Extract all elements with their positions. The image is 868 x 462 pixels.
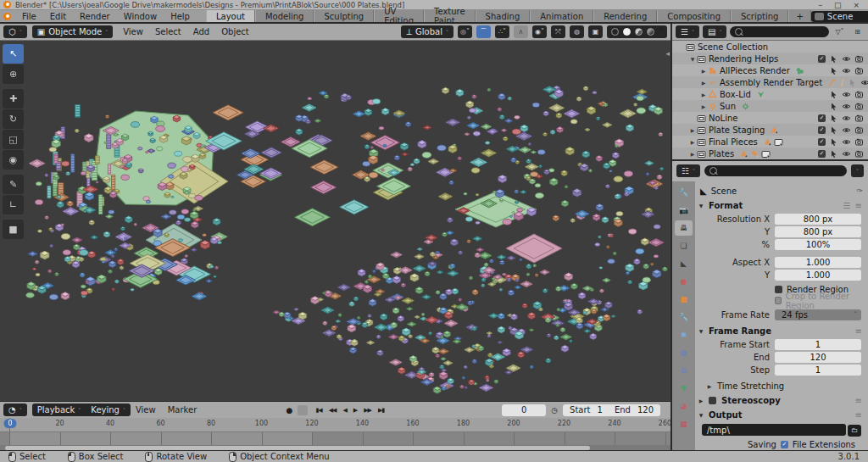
exclude-checkbox[interactable]: ✓ (818, 138, 826, 146)
timeline-track-area[interactable] (0, 432, 670, 445)
properties-tab-tool[interactable]: 🔧 (675, 185, 693, 200)
camera-icon[interactable] (854, 149, 864, 159)
tool-rotate[interactable]: ↻ (3, 109, 24, 129)
frame-range-field[interactable]: 1 (775, 339, 861, 350)
expand-icon[interactable]: ▶ (699, 80, 708, 86)
properties-tab-output[interactable]: 🖶 (675, 220, 693, 236)
properties-tab-render[interactable]: 📷 (675, 203, 693, 218)
tool-add-cube[interactable]: ■ (3, 220, 24, 239)
jump-start-button[interactable]: ▮◀ (313, 407, 324, 414)
eye-icon[interactable] (860, 78, 868, 87)
snap-magnet-button[interactable]: ⌒ (476, 25, 491, 38)
shading-wireframe-icon[interactable] (611, 28, 619, 36)
expand-icon[interactable]: ▼ (688, 56, 697, 62)
properties-tab-view-layer[interactable]: ❏ (675, 238, 693, 253)
playback-popover[interactable]: Playback˅ Keying˅ (32, 404, 131, 416)
frame-range-field[interactable]: 1 (775, 365, 861, 376)
frame-range-fields[interactable]: Start 1 End 120 (563, 404, 660, 416)
camera-icon[interactable] (854, 90, 864, 99)
shading-solid-icon[interactable] (623, 28, 631, 36)
tool-transform[interactable]: ◉ (3, 150, 24, 170)
eye-icon[interactable] (842, 102, 851, 111)
close-icon[interactable]: × (853, 1, 860, 9)
camera-icon[interactable] (854, 114, 864, 123)
properties-tab-material[interactable]: ◕ (675, 398, 693, 414)
mode-dropdown[interactable]: ▣ Object Mode ˅ (32, 25, 113, 38)
aspect-field[interactable]: 1.000 (775, 257, 861, 268)
outliner-display-mode-button[interactable]: ▤˅ (703, 25, 726, 38)
outliner-row[interactable]: ▶Plates✓ (672, 148, 868, 159)
properties-options-button[interactable]: ˅ (851, 164, 864, 177)
outliner-row[interactable]: ▶AllPieces Render (672, 64, 868, 76)
outliner-search-input[interactable] (730, 26, 829, 37)
cursor-icon[interactable] (829, 149, 838, 159)
outliner-item-label[interactable]: Rendering Helps (709, 54, 778, 64)
resolution-field[interactable]: 800 px (775, 226, 861, 237)
tool-move[interactable]: ✚ (3, 89, 24, 109)
outliner-row[interactable]: NoLine✓ (672, 112, 868, 124)
proportional-edit-button[interactable]: ∴˅ (495, 25, 509, 38)
properties-tab-data[interactable]: ▼ (675, 381, 693, 396)
outliner-row[interactable]: ▶Plate Staging✓ (672, 124, 868, 136)
outliner-row[interactable]: ▼Rendering Helps✓ (672, 53, 868, 64)
timeline-menu-view[interactable]: View (136, 405, 156, 415)
tab-shading[interactable]: Shading (476, 10, 531, 22)
frame-range-field[interactable]: 120 (775, 352, 861, 363)
tab-compositing[interactable]: Compositing (657, 10, 731, 22)
menu-render[interactable]: Render (74, 12, 116, 21)
overlays-button[interactable]: ◍ (570, 25, 584, 38)
expand-icon[interactable]: ▶ (688, 151, 697, 157)
viewport-menu-select[interactable]: Select (155, 27, 181, 36)
menu-help[interactable]: Help (164, 12, 196, 21)
cursor-icon[interactable] (829, 90, 838, 99)
cursor-icon[interactable] (829, 137, 838, 147)
cursor-icon[interactable] (829, 66, 838, 75)
cursor-icon[interactable] (848, 78, 857, 87)
tab-layout[interactable]: Layout (206, 10, 255, 22)
camera-icon[interactable] (854, 54, 864, 64)
timeline-editor-type-button[interactable]: ◔˅ (3, 404, 27, 416)
stereoscopy-checkbox[interactable] (709, 397, 716, 404)
drag-handle-icon[interactable]: ≡ (855, 326, 863, 336)
render-region-checkbox[interactable] (775, 286, 782, 293)
drag-handle-icon[interactable]: ≡ (855, 396, 863, 405)
frame-range-section-header[interactable]: ▼ Frame Range ≡ (697, 324, 863, 338)
tab-animation[interactable]: Animation (530, 10, 593, 22)
tab-rendering[interactable]: Rendering (593, 10, 657, 22)
format-section-header[interactable]: ▼ Format ☰ ≡ (697, 198, 863, 213)
playhead-frame-badge[interactable]: 0 (3, 419, 16, 428)
blender-menu-icon[interactable] (3, 13, 11, 20)
viewport-menu-view[interactable]: View (123, 27, 143, 36)
record-icon[interactable]: ● (287, 406, 293, 415)
falloff-button[interactable]: ∧ (514, 25, 528, 38)
stereoscopy-section[interactable]: ▶ Stereoscopy ≡ (697, 393, 863, 408)
viewport-3d[interactable]: ↖⊕✚↻◱◉✎∟■ ◂ (0, 41, 670, 401)
properties-search-input[interactable] (704, 165, 847, 176)
timeline-menu-marker[interactable]: Marker (168, 405, 198, 415)
current-frame-field[interactable]: 0 (502, 404, 546, 416)
outliner-item-label[interactable]: Final Pieces (709, 137, 758, 147)
gizmos-button[interactable]: ⤱ (551, 25, 565, 38)
orientation-dropdown[interactable]: ⟂ Global ˅ (401, 25, 453, 38)
resolution-field[interactable]: 100% (775, 239, 861, 250)
shading-rendered-icon[interactable] (647, 28, 654, 36)
folder-icon[interactable]: 🗀 (848, 425, 861, 437)
properties-tab-constraints[interactable]: ⊙ (675, 363, 693, 378)
viewport-menu-add[interactable]: Add (193, 27, 209, 36)
outliner-item-label[interactable]: Scene Collection (698, 42, 768, 52)
output-path-field[interactable]: /tmp\ (702, 424, 846, 436)
eye-icon[interactable] (842, 149, 851, 159)
resolution-field[interactable]: 800 px (775, 214, 861, 225)
outliner-row[interactable]: ▶Assembly Render Target (672, 76, 868, 88)
outliner-item-label[interactable]: Assembly Render Target (720, 78, 822, 87)
tool-annotate[interactable]: ✎ (3, 175, 24, 194)
outliner-row[interactable]: ▶Box-Lid (672, 88, 868, 100)
timeline-ruler[interactable]: 020406080100120140160180200220240260 (0, 418, 670, 432)
xray-button[interactable]: ▣ (588, 25, 603, 38)
outliner-row[interactable]: Scene Collection (672, 41, 868, 53)
visibility-button[interactable]: ◉˅ (532, 25, 547, 38)
autokey-set-button[interactable] (298, 405, 308, 415)
eye-icon[interactable] (842, 137, 851, 147)
outliner-item-label[interactable]: Plates (709, 149, 734, 159)
camera-icon[interactable] (854, 102, 864, 111)
